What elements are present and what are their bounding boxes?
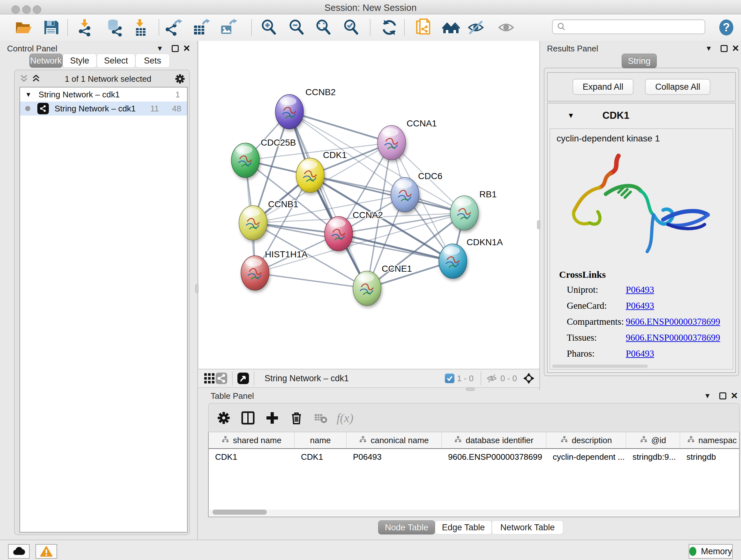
delete-column-trash-icon[interactable] xyxy=(287,409,306,427)
cloud-status-button[interactable] xyxy=(8,544,30,559)
table-hscroll-thumb[interactable] xyxy=(212,509,267,515)
float-panel-icon[interactable] xyxy=(718,391,728,401)
crosslink-link[interactable]: 9606.ENSP00000378699 xyxy=(626,316,720,327)
table-options-gear-icon[interactable] xyxy=(214,409,233,427)
apply-preferred-layout-button[interactable] xyxy=(380,18,399,37)
crosslink-link[interactable]: P06493 xyxy=(626,285,654,295)
zoom-out-button[interactable] xyxy=(287,18,306,37)
panel-menu-icon[interactable]: ▼ xyxy=(703,44,714,53)
zoom-fit-button[interactable] xyxy=(314,18,333,37)
zoom-selected-button[interactable] xyxy=(341,18,360,37)
results-tab-string[interactable]: String xyxy=(622,54,657,68)
tab-node-table[interactable]: Node Table xyxy=(378,520,435,535)
column-label: @id xyxy=(651,435,666,445)
import-table-file-button[interactable] xyxy=(131,18,150,37)
network-node-rb1[interactable]: RB1 xyxy=(450,189,496,230)
column-header--id[interactable]: @id xyxy=(626,432,680,448)
network-node-cdkn1a[interactable]: CDKN1A xyxy=(439,237,503,278)
node-table[interactable]: shared namenamecanonical namedatabase id… xyxy=(208,432,740,517)
search-box[interactable] xyxy=(552,19,705,34)
table-cell[interactable]: 9606.ENSP00000378699 xyxy=(442,449,546,465)
splitter-handle[interactable] xyxy=(195,284,199,293)
table-cell[interactable]: P06493 xyxy=(347,449,442,465)
network-node-cdc25b[interactable]: CDC25B xyxy=(231,138,296,178)
network-node-ccna1[interactable]: CCNA1 xyxy=(378,118,437,160)
close-panel-icon[interactable]: ✕ xyxy=(729,391,740,401)
zoom-in-button[interactable] xyxy=(259,18,278,37)
table-cell[interactable]: CDK1 xyxy=(294,449,347,465)
column-header-namespac[interactable]: namespac xyxy=(680,432,740,448)
tab-select[interactable]: Select xyxy=(97,54,135,68)
column-header-name[interactable]: name xyxy=(294,432,347,448)
tab-network[interactable]: Network xyxy=(29,54,63,68)
collapse-section-icon[interactable]: ▼ xyxy=(567,111,575,120)
network-tree-row[interactable]: ▼String Network – cdk11 xyxy=(20,87,187,102)
float-panel-icon[interactable] xyxy=(170,44,181,53)
tab-edge-table[interactable]: Edge Table xyxy=(435,520,492,535)
tab-network-table[interactable]: Network Table xyxy=(492,520,563,535)
table-cell[interactable]: stringdb:9... xyxy=(626,449,680,465)
import-network-database-button[interactable] xyxy=(105,18,124,37)
close-panel-icon[interactable]: ✕ xyxy=(730,44,741,53)
collapse-all-button[interactable]: Collapse All xyxy=(645,79,711,95)
table-row[interactable]: CDK1CDK1P064939606.ENSP00000378699cyclin… xyxy=(209,449,739,465)
network-name-label: String Network – cdk1 xyxy=(55,104,136,114)
collapse-node-icon[interactable]: ▼ xyxy=(25,91,31,98)
splitter-handle[interactable] xyxy=(537,220,540,229)
close-panel-icon[interactable]: ✕ xyxy=(181,44,192,53)
table-cell[interactable]: CDK1 xyxy=(209,449,294,465)
import-network-file-button[interactable] xyxy=(75,18,94,37)
panel-menu-icon[interactable]: ▼ xyxy=(702,391,713,401)
export-image-button[interactable] xyxy=(219,18,238,37)
tab-sets[interactable]: Sets xyxy=(135,54,170,68)
first-neighbors-button[interactable] xyxy=(441,18,461,37)
export-table-button[interactable] xyxy=(192,18,211,37)
results-scrollbar[interactable] xyxy=(552,365,648,368)
show-columns-icon[interactable] xyxy=(239,409,257,427)
network-node-hist1h1a[interactable]: HIST1H1A xyxy=(241,249,308,290)
splitter-handle[interactable] xyxy=(466,388,475,391)
expand-all-icon[interactable] xyxy=(30,73,42,84)
crosslink-link[interactable]: P06493 xyxy=(626,300,654,311)
network-overview-toggle-icon[interactable] xyxy=(215,373,227,384)
memory-button[interactable]: Memory xyxy=(689,544,733,559)
expand-all-button[interactable]: Expand All xyxy=(572,79,634,95)
network-tree-row[interactable]: String Network – cdk11148 xyxy=(20,102,187,116)
network-view-canvas[interactable]: CCNB2CCNA1CDC25BCDK1CDC6RB1CCNB1CCNA2CDK… xyxy=(198,41,539,369)
detach-view-icon[interactable] xyxy=(237,373,249,384)
column-header-canonical-name[interactable]: canonical name xyxy=(347,432,442,448)
delete-table-icon[interactable] xyxy=(312,409,330,427)
crosslink-label: Compartments: xyxy=(567,316,626,327)
crosslink-link[interactable]: P06493 xyxy=(626,348,654,359)
network-options-gear-icon[interactable] xyxy=(174,73,186,84)
warning-status-button[interactable] xyxy=(36,544,57,559)
open-session-button[interactable] xyxy=(14,18,33,37)
column-type-icon xyxy=(359,435,367,445)
table-cell[interactable]: cyclin-dependent ... xyxy=(546,449,626,465)
float-panel-icon[interactable] xyxy=(719,44,730,53)
help-button[interactable]: ? xyxy=(717,18,736,37)
graphics-details-toggle-icon[interactable] xyxy=(203,373,215,384)
table-hscroll-track[interactable] xyxy=(209,509,738,516)
create-column-plus-icon[interactable] xyxy=(263,409,281,427)
export-network-button[interactable] xyxy=(164,18,184,37)
save-session-button[interactable] xyxy=(42,18,61,37)
new-network-from-selection-button[interactable] xyxy=(414,18,433,37)
show-all-eye-icon[interactable] xyxy=(496,18,516,37)
hide-selected-eye-icon[interactable] xyxy=(466,18,485,37)
birds-eye-toggle-icon[interactable] xyxy=(523,373,535,384)
function-builder-icon[interactable]: f(x) xyxy=(336,409,354,427)
column-header-description[interactable]: description xyxy=(546,432,626,448)
node-label: CDK1 xyxy=(323,150,347,160)
network-node-ccne1[interactable]: CCNE1 xyxy=(353,264,412,306)
column-header-shared-name[interactable]: shared name xyxy=(209,432,294,448)
panel-menu-icon[interactable]: ▼ xyxy=(154,44,165,53)
selected-count-checkbox-icon[interactable] xyxy=(445,374,455,383)
collapse-all-icon[interactable] xyxy=(18,73,30,84)
column-header-database-identifier[interactable]: database identifier xyxy=(442,432,546,448)
tab-style[interactable]: Style xyxy=(63,54,97,68)
protein-section-header[interactable]: ▼ CDK1 xyxy=(548,104,735,128)
crosslink-link[interactable]: 9606.ENSP00000378699 xyxy=(626,332,720,343)
search-input[interactable] xyxy=(569,22,704,32)
table-cell[interactable]: stringdb xyxy=(680,449,740,465)
